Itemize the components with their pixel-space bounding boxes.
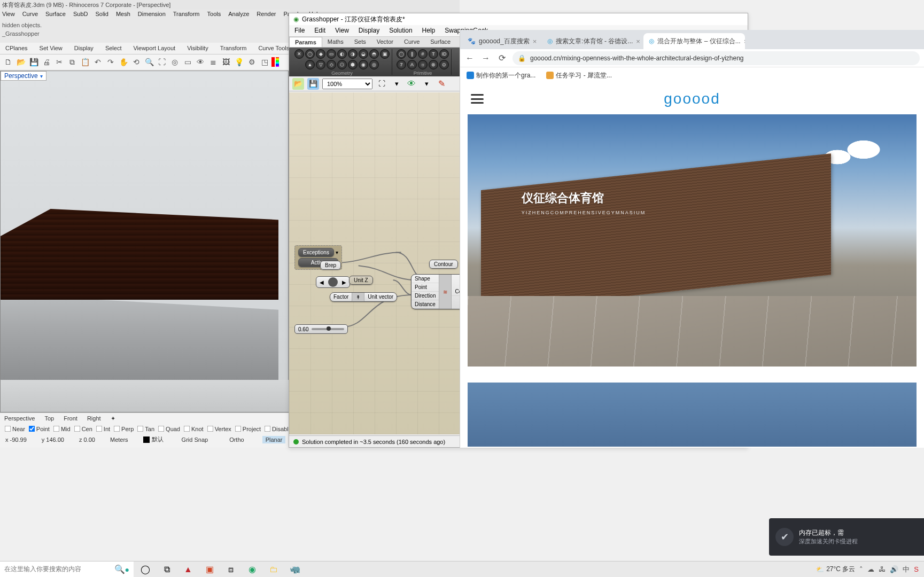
rhino-menu-surface[interactable]: Surface xyxy=(45,11,66,18)
color-red-icon[interactable] xyxy=(271,57,275,67)
hamburger-menu-icon[interactable] xyxy=(471,94,484,104)
task-view-icon[interactable]: ◯ xyxy=(135,562,156,578)
hex-icon[interactable]: ⬢ xyxy=(348,60,358,69)
tab-right[interactable]: Right xyxy=(87,415,101,422)
gh-menu-help[interactable]: Help xyxy=(422,27,436,35)
gh-tab-curve[interactable]: Curve xyxy=(399,37,425,47)
close-tab-icon[interactable]: × xyxy=(636,37,640,45)
rhino-menu-transform[interactable]: Transform xyxy=(173,11,200,18)
port-point[interactable]: Point xyxy=(411,283,439,292)
named-views-icon[interactable]: ▾ xyxy=(391,78,402,90)
properties-icon[interactable]: ◳ xyxy=(259,56,270,68)
dropdown-icon[interactable]: ▾ xyxy=(336,249,338,255)
gh-geometry-param[interactable]: ◀▶ xyxy=(316,276,350,288)
hex-icon[interactable]: ▽ xyxy=(316,60,325,69)
gridsnap-toggle[interactable]: Grid Snap xyxy=(178,436,212,443)
site-logo[interactable]: gooood xyxy=(664,90,720,107)
rhino-menu-render[interactable]: Render xyxy=(257,11,276,18)
osnap-mid[interactable]: Mid xyxy=(53,425,71,432)
gh-capsule-contour[interactable]: Contour xyxy=(429,261,458,267)
osnap-tan[interactable]: Tan xyxy=(137,425,154,432)
file-explorer-icon[interactable]: 🗀 xyxy=(263,562,284,578)
color-wheel-icon[interactable] xyxy=(276,57,279,67)
port-unitvector[interactable]: Unit vector xyxy=(364,293,397,301)
sketch-icon[interactable]: ✎ xyxy=(436,78,447,90)
hex-icon[interactable]: ✕ xyxy=(294,49,304,59)
gh-component-unitvector[interactable]: Factor ↟ Unit vector xyxy=(330,292,397,302)
open-icon[interactable]: 📂 xyxy=(15,56,27,68)
reload-icon[interactable]: ⟳ xyxy=(496,53,507,63)
hex-icon[interactable]: ◯ xyxy=(397,49,406,59)
osnap-disable[interactable]: Disable xyxy=(264,425,292,432)
osnap-project[interactable]: Project xyxy=(235,425,261,432)
ortho-toggle[interactable]: Ortho xyxy=(226,436,247,443)
rhino-menu-view[interactable]: View xyxy=(2,11,15,18)
open-file-icon[interactable]: 📂 xyxy=(292,78,304,90)
rhino-viewport[interactable]: Perspective ▾ xyxy=(0,71,289,412)
hex-icon[interactable]: ▣ xyxy=(380,49,390,59)
render-icon[interactable]: 🖼 xyxy=(220,56,232,68)
preview-dropdown-icon[interactable]: ▾ xyxy=(421,78,432,90)
select-icon[interactable]: ▭ xyxy=(182,56,193,68)
preview-icon[interactable]: 👁 xyxy=(406,78,417,90)
taskview-timeline-icon[interactable]: ⧉ xyxy=(156,562,177,578)
hex-icon[interactable]: ◓ xyxy=(369,49,379,59)
hex-icon[interactable]: ☼ xyxy=(418,60,428,69)
gh-param-brep[interactable]: Brep xyxy=(320,262,341,268)
search-icon[interactable]: 🔍 xyxy=(114,564,125,574)
tab-cplanes[interactable]: CPlanes xyxy=(5,45,28,52)
gh-tab-surface[interactable]: Surface xyxy=(425,37,456,47)
powerpoint-icon[interactable]: ▣ xyxy=(199,562,220,578)
tab-add-icon[interactable]: ✦ xyxy=(111,415,115,422)
hex-icon[interactable]: ‖ xyxy=(407,49,417,59)
osnap-point[interactable]: Point xyxy=(28,425,50,432)
windows-search[interactable]: 在这里输入你要搜索的内容 🔍 ● xyxy=(0,562,134,578)
spotlight-icon[interactable]: 💡 xyxy=(233,56,245,68)
gh-menu-file[interactable]: File xyxy=(294,27,305,35)
ime-icon[interactable]: 中 xyxy=(903,565,910,574)
pan-icon[interactable]: ✋ xyxy=(118,56,129,68)
cut-icon[interactable]: ✂ xyxy=(53,56,65,68)
rhino-menu-dimension[interactable]: Dimension xyxy=(138,11,166,18)
layer-name[interactable]: 默认 xyxy=(152,435,164,443)
tab-transform[interactable]: Transform xyxy=(220,45,247,52)
hex-icon[interactable]: ◐ xyxy=(337,49,347,59)
new-icon[interactable]: 🗋 xyxy=(2,56,14,68)
undo-icon[interactable]: ↶ xyxy=(92,56,104,68)
gh-tab-vector[interactable]: Vector xyxy=(371,37,399,47)
network-icon[interactable]: 🖧 xyxy=(879,565,886,573)
hex-icon[interactable]: ◆ xyxy=(316,49,325,59)
port-shape[interactable]: Shape xyxy=(411,275,439,283)
hex-icon[interactable]: ◉ xyxy=(359,60,368,69)
port-factor[interactable]: Factor xyxy=(330,293,352,301)
rhino-menu-curve[interactable]: Curve xyxy=(22,11,38,18)
rhino-menu-subd[interactable]: SubD xyxy=(73,11,88,18)
rotate-icon[interactable]: ⟲ xyxy=(130,56,142,68)
hex-icon[interactable]: # xyxy=(418,49,428,59)
save-file-icon[interactable]: 💾 xyxy=(307,78,319,90)
forward-icon[interactable]: → xyxy=(480,53,491,63)
bookmark-item[interactable]: 制作你的第一个gra... xyxy=(467,71,535,80)
browser-tab-active[interactable]: ◎ 混合开放与整体 – 仪征综合... × xyxy=(643,33,745,49)
print-icon[interactable]: 🖨 xyxy=(41,56,52,68)
osnap-knot[interactable]: Knot xyxy=(183,425,204,432)
hex-icon[interactable]: 7 xyxy=(397,60,406,69)
gh-capsule-exceptions[interactable]: Exceptions xyxy=(298,248,334,257)
port-direction[interactable]: Direction xyxy=(411,292,439,300)
tab-setview[interactable]: Set View xyxy=(40,45,63,52)
gh-number-slider[interactable]: 0.60 xyxy=(294,324,348,334)
gh-menu-display[interactable]: Display xyxy=(359,27,379,35)
sogou-icon[interactable]: S xyxy=(914,565,919,573)
tab-display[interactable]: Display xyxy=(74,45,94,52)
tab-visibility[interactable]: Visibility xyxy=(187,45,208,52)
rhino-menu-mesh[interactable]: Mesh xyxy=(116,11,130,18)
hex-icon[interactable]: ⬡ xyxy=(337,60,347,69)
gh-tab-maths[interactable]: Maths xyxy=(322,37,349,47)
osnap-near[interactable]: Near xyxy=(4,425,25,432)
rhino-menu-analyze[interactable]: Analyze xyxy=(228,11,249,18)
osnap-int[interactable]: Int xyxy=(96,425,110,432)
tab-vplayout[interactable]: Viewport Layout xyxy=(133,45,175,52)
gh-tab-sets[interactable]: Sets xyxy=(349,37,371,47)
hide-icon[interactable]: 👁 xyxy=(195,56,206,68)
hex-icon[interactable]: ◇ xyxy=(327,60,336,69)
